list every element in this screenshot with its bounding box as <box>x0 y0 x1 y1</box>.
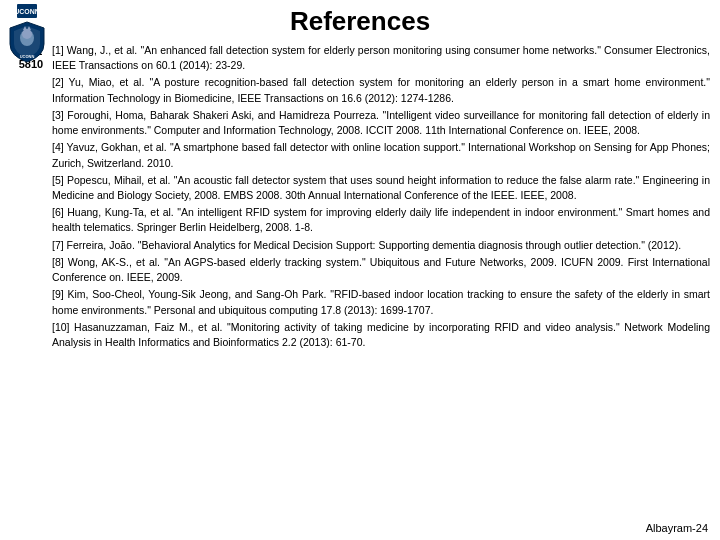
footer-text: Albayram-24 <box>646 522 708 534</box>
svg-text:UCONN: UCONN <box>20 54 35 59</box>
footer: Albayram-24 <box>0 518 720 540</box>
reference-item: [5] Popescu, Mihail, et al. "An acoustic… <box>52 173 710 203</box>
page-title: References <box>290 6 430 37</box>
svg-text:UCONN: UCONN <box>17 8 37 15</box>
reference-item: [9] Kim, Soo-Cheol, Young-Sik Jeong, and… <box>52 287 710 317</box>
header: UCONN UCONN References <box>0 0 720 41</box>
page: UCONN UCONN References CSE 581 <box>0 0 720 540</box>
reference-item: [2] Yu, Miao, et al. "A posture recognit… <box>52 75 710 105</box>
reference-item: [3] Foroughi, Homa, Baharak Shakeri Aski… <box>52 108 710 138</box>
reference-item: [1] Wang, J., et al. "An enhanced fall d… <box>52 43 710 73</box>
side-label: CSE 5810 <box>10 43 52 516</box>
uconn-icon: UCONN <box>17 4 37 18</box>
logo-area: UCONN UCONN <box>8 4 46 64</box>
references-container: [1] Wang, J., et al. "An enhanced fall d… <box>52 43 710 516</box>
reference-item: [10] Hasanuzzaman, Faiz M., et al. "Moni… <box>52 320 710 350</box>
reference-item: [6] Huang, Kung-Ta, et al. "An intellige… <box>52 205 710 235</box>
svg-point-3 <box>22 29 32 39</box>
uconn-logo: UCONN <box>17 4 37 18</box>
content-area: CSE 5810 [1] Wang, J., et al. "An enhanc… <box>0 41 720 518</box>
reference-item: [4] Yavuz, Gokhan, et al. "A smartphone … <box>52 140 710 170</box>
reference-item: [8] Wong, AK-S., et al. "An AGPS-based e… <box>52 255 710 285</box>
reference-item: [7] Ferreira, João. "Behavioral Analytic… <box>52 238 710 253</box>
shield-icon: UCONN <box>8 20 46 64</box>
